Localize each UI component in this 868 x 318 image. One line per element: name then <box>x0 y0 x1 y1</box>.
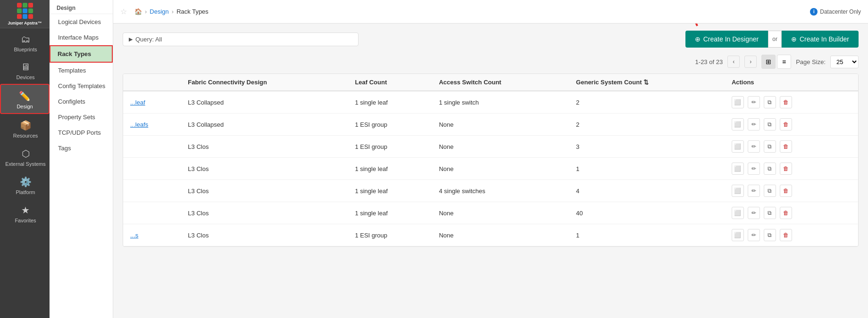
edit-action-btn[interactable]: ✏ <box>748 207 760 219</box>
cell-generic: 1 <box>569 158 725 180</box>
view-action-btn[interactable]: ⬜ <box>732 163 744 175</box>
delete-action-btn[interactable]: 🗑 <box>780 207 792 219</box>
sub-sidebar-item-logical-devices[interactable]: Logical Devices <box>50 14 113 30</box>
cell-fabric: L3 Clos <box>181 136 348 158</box>
rack-type-name-link[interactable]: ...leafs <box>130 121 148 128</box>
datacenter-label: Datacenter Only <box>820 8 861 15</box>
copy-action-btn[interactable]: ⧉ <box>764 229 776 241</box>
rack-types-table: Fabric Connectivity Design Leaf Count Ac… <box>123 73 859 247</box>
delete-action-btn[interactable]: 🗑 <box>780 185 792 197</box>
resources-icon: 📦 <box>20 120 32 131</box>
sidebar-item-external-systems[interactable]: ⬡ External Systems <box>0 142 50 171</box>
copy-action-btn[interactable]: ⧉ <box>764 163 776 175</box>
sub-sidebar-item-interface-maps[interactable]: Interface Maps <box>50 30 113 45</box>
page-size-select[interactable]: 25 50 100 <box>830 56 859 68</box>
logo-cell <box>17 14 22 19</box>
copy-action-btn[interactable]: ⧉ <box>764 96 776 108</box>
cell-name[interactable] <box>123 202 181 224</box>
delete-action-btn[interactable]: 🗑 <box>780 118 792 130</box>
devices-icon: 🖥 <box>21 62 30 73</box>
cell-access: None <box>432 202 569 224</box>
copy-action-btn[interactable]: ⧉ <box>764 140 776 153</box>
logo-grid <box>17 3 33 19</box>
home-icon[interactable]: 🏠 <box>134 8 142 15</box>
cell-name[interactable] <box>123 158 181 180</box>
edit-action-btn[interactable]: ✏ <box>748 229 760 241</box>
create-in-designer-button[interactable]: ⊕ Create In Designer <box>685 31 768 48</box>
logo-cell <box>17 3 22 8</box>
sidebar-label-blueprints: Blueprints <box>14 47 37 52</box>
view-action-btn[interactable]: ⬜ <box>732 207 744 219</box>
cell-actions: ⬜ ✏ ⧉ 🗑 <box>725 202 858 224</box>
copy-action-btn[interactable]: ⧉ <box>764 118 776 130</box>
sidebar-item-resources[interactable]: 📦 Resources <box>0 114 50 142</box>
breadcrumb-design-link[interactable]: Design <box>150 8 168 15</box>
sort-icon[interactable]: ⇅ <box>643 79 649 86</box>
edit-action-btn[interactable]: ✏ <box>748 96 760 108</box>
sub-sidebar-item-configlets[interactable]: Configlets <box>50 94 113 109</box>
view-action-btn[interactable]: ⬜ <box>732 185 744 197</box>
view-action-btn[interactable]: ⬜ <box>732 118 744 130</box>
breadcrumb-current: Rack Types <box>176 8 209 15</box>
action-icons: ⬜ ✏ ⧉ 🗑 <box>732 207 851 219</box>
sidebar: Juniper Apstra™ 🗂 Blueprints 🖥 Devices ✏… <box>0 0 50 318</box>
plus-builder-icon: ⊕ <box>791 35 797 43</box>
star-icon[interactable]: ☆ <box>120 7 127 16</box>
cell-leaf: 1 single leaf <box>348 91 432 114</box>
copy-action-btn[interactable]: ⧉ <box>764 185 776 197</box>
delete-action-btn[interactable]: 🗑 <box>780 140 792 153</box>
datacenter-badge: i Datacenter Only <box>810 8 861 16</box>
sub-sidebar-item-rack-types[interactable]: Rack Types <box>50 45 113 63</box>
cell-generic: 2 <box>569 114 725 136</box>
logo-cell <box>28 3 33 8</box>
pagination-prev-btn[interactable]: ‹ <box>727 56 740 68</box>
sub-sidebar-item-property-sets[interactable]: Property Sets <box>50 109 113 125</box>
list-view-btn[interactable]: ≡ <box>777 55 791 69</box>
cell-name[interactable]: ...leafs <box>123 114 181 136</box>
cell-actions: ⬜ ✏ ⧉ 🗑 <box>725 224 858 246</box>
edit-action-btn[interactable]: ✏ <box>748 163 760 175</box>
cell-name[interactable] <box>123 180 181 202</box>
cell-name[interactable]: ...leaf <box>123 91 181 114</box>
cell-name[interactable]: ...s <box>123 224 181 246</box>
sidebar-item-platform[interactable]: ⚙️ Platform <box>0 171 50 199</box>
cell-actions: ⬜ ✏ ⧉ 🗑 <box>725 136 858 158</box>
delete-action-btn[interactable]: 🗑 <box>780 96 792 108</box>
action-icons: ⬜ ✏ ⧉ 🗑 <box>732 229 851 241</box>
sub-sidebar-item-tags[interactable]: Tags <box>50 140 113 156</box>
sidebar-label-design: Design <box>17 104 33 109</box>
col-fabric: Fabric Connectivity Design <box>181 74 348 91</box>
table-row: ...sL3 Clos1 ESI groupNone1 ⬜ ✏ ⧉ 🗑 <box>123 224 858 246</box>
sidebar-item-devices[interactable]: 🖥 Devices <box>0 56 50 84</box>
col-actions: Actions <box>725 74 858 91</box>
grid-view-btn[interactable]: ⊞ <box>761 55 776 69</box>
sidebar-item-design[interactable]: ✏️ Design <box>0 84 50 114</box>
pagination-next-btn[interactable]: › <box>744 56 757 68</box>
edit-action-btn[interactable]: ✏ <box>748 140 760 153</box>
view-action-btn[interactable]: ⬜ <box>732 229 744 241</box>
table-body: ...leafL3 Collapsed1 single leaf1 single… <box>123 91 858 246</box>
sub-sidebar-item-tcp-udp-ports[interactable]: TCP/UDP Ports <box>50 125 113 140</box>
logo-cell <box>23 14 27 19</box>
rack-type-name-link[interactable]: ...s <box>130 232 138 239</box>
cell-name[interactable] <box>123 136 181 158</box>
sub-sidebar-item-templates[interactable]: Templates <box>50 63 113 78</box>
cell-fabric: L3 Clos <box>181 158 348 180</box>
info-icon: i <box>810 8 818 16</box>
query-input[interactable]: ▶ Query: All <box>123 33 359 46</box>
sidebar-item-favorites[interactable]: ★ Favorites <box>0 199 50 227</box>
rack-type-name-link[interactable]: ...leaf <box>130 99 145 106</box>
delete-action-btn[interactable]: 🗑 <box>780 163 792 175</box>
create-designer-label: Create In Designer <box>703 35 759 43</box>
sub-sidebar-item-config-templates[interactable]: Config Templates <box>50 78 113 94</box>
table-row: ...leafsL3 Collapsed1 ESI groupNone2 ⬜ ✏… <box>123 114 858 136</box>
edit-action-btn[interactable]: ✏ <box>748 185 760 197</box>
copy-action-btn[interactable]: ⧉ <box>764 207 776 219</box>
create-in-builder-button[interactable]: ⊕ Create In Builder <box>782 31 859 48</box>
sidebar-item-blueprints[interactable]: 🗂 Blueprints <box>0 28 50 56</box>
view-action-btn[interactable]: ⬜ <box>732 96 744 108</box>
cell-actions: ⬜ ✏ ⧉ 🗑 <box>725 114 858 136</box>
edit-action-btn[interactable]: ✏ <box>748 118 760 130</box>
view-action-btn[interactable]: ⬜ <box>732 140 744 153</box>
delete-action-btn[interactable]: 🗑 <box>780 229 792 241</box>
